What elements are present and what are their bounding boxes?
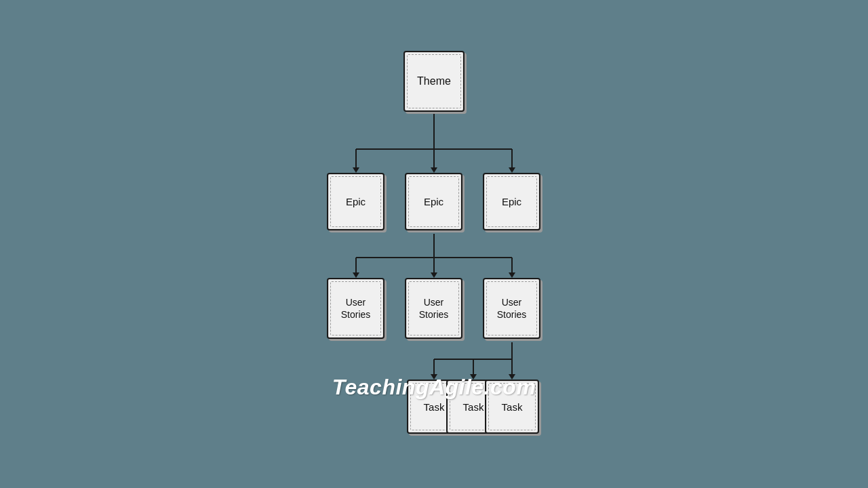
- svg-marker-22: [470, 374, 477, 380]
- story-label-3: UserStories: [483, 278, 540, 339]
- story-box-2: UserStories: [405, 278, 462, 339]
- svg-marker-5: [353, 167, 359, 173]
- epic-label-3: Epic: [483, 173, 540, 230]
- epic-box-1: Epic: [327, 173, 384, 230]
- svg-marker-15: [509, 272, 515, 278]
- svg-marker-7: [509, 167, 515, 173]
- svg-marker-21: [431, 374, 437, 380]
- task-label-3: Task: [485, 380, 539, 434]
- svg-marker-13: [353, 272, 359, 278]
- svg-marker-23: [509, 374, 515, 380]
- epic-label-1: Epic: [327, 173, 384, 230]
- epic-box-3: Epic: [483, 173, 540, 230]
- theme-label: Theme: [403, 51, 465, 112]
- story-label-1: UserStories: [327, 278, 384, 339]
- task-box-3: Task: [485, 380, 539, 434]
- story-box-3: UserStories: [483, 278, 540, 339]
- diagram-container: Theme Epic Epic Epic UserStories UserSto…: [305, 44, 563, 444]
- epic-label-2: Epic: [405, 173, 462, 230]
- svg-marker-14: [431, 272, 437, 278]
- epic-box-2: Epic: [405, 173, 462, 230]
- theme-box: Theme: [403, 51, 465, 112]
- svg-marker-6: [431, 167, 437, 173]
- story-box-1: UserStories: [327, 278, 384, 339]
- story-label-2: UserStories: [405, 278, 462, 339]
